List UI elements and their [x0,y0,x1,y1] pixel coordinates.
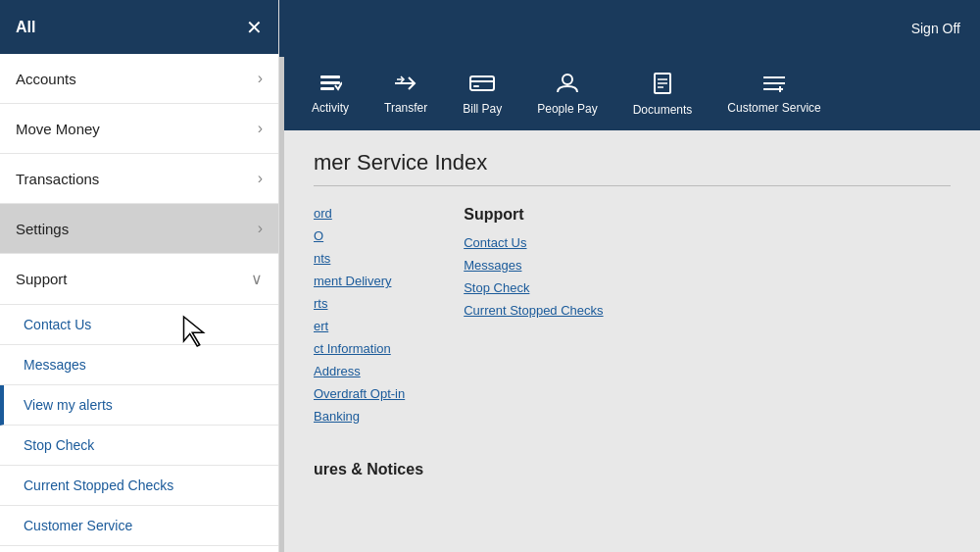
drawer-subitem-contact-us[interactable]: Contact Us [0,305,278,345]
content-area: mer Service Index ord O nts ment Deliver… [284,130,980,552]
svg-rect-7 [473,85,479,87]
link-o[interactable]: O [314,228,405,243]
drawer-subitem-stop-check[interactable]: Stop Check [0,426,278,466]
svg-rect-2 [320,87,334,90]
disclosures-section: ures & Notices [314,461,951,478]
drawer-settings-label: Settings [16,221,69,237]
drawer-item-transactions[interactable]: Transactions › [0,154,278,204]
link-nts[interactable]: nts [314,251,405,266]
link-rts[interactable]: rts [314,296,405,311]
sign-off-button[interactable]: Sign Off [911,21,960,36]
chevron-right-icon: › [258,170,263,187]
tab-people-pay[interactable]: People Pay [519,57,614,130]
drawer-subitem-customer-service[interactable]: Customer Service [0,506,278,546]
drawer-accounts-label: Accounts [16,71,76,87]
tab-customer-service[interactable]: Customer Service [710,57,838,130]
chevron-right-icon: › [258,220,263,237]
link-ct-information[interactable]: ct Information [314,341,405,356]
link-overdraft[interactable]: Overdraft Opt-in [314,386,405,401]
tab-people-pay-label: People Pay [537,102,597,116]
support-column: Support Contact Us Messages Stop Check C… [464,206,603,431]
people-pay-icon [556,73,579,98]
bill-pay-icon [468,73,496,98]
drawer-close-button[interactable]: ✕ [246,18,263,37]
link-ert[interactable]: ert [314,319,405,333]
link-banking[interactable]: Banking [314,409,405,424]
support-messages[interactable]: Messages [464,258,603,273]
drawer-item-accounts[interactable]: Accounts › [0,54,278,104]
tab-documents[interactable]: Documents [615,57,710,130]
nav-tabs-bar: Activity Transfer Bill Pay [284,57,980,130]
transfer-icon [393,74,418,97]
drawer-item-move-money[interactable]: Move Money › [0,104,278,154]
tab-documents-label: Documents [633,103,693,117]
support-contact-us[interactable]: Contact Us [464,235,603,250]
chevron-down-icon: ∨ [251,270,263,288]
tab-activity-label: Activity [312,101,349,115]
drawer-support-label: Support [16,271,68,287]
tab-bill-pay-label: Bill Pay [463,102,502,116]
tab-activity[interactable]: Activity [294,57,367,130]
drawer-subitem-view-alerts[interactable]: View my alerts [0,385,278,426]
link-address[interactable]: Address [314,364,405,378]
svg-rect-0 [320,75,340,78]
drawer-transactions-label: Transactions [16,171,99,187]
drawer-move-money-label: Move Money [16,121,100,137]
tab-transfer-label: Transfer [384,101,427,115]
svg-rect-1 [320,81,340,84]
chevron-right-icon: › [258,120,263,137]
activity-icon [318,74,342,97]
support-heading: Support [464,206,603,224]
side-drawer: All ✕ Accounts › Move Money › Transactio… [0,0,279,552]
page-title: mer Service Index [314,150,951,186]
customer-service-icon [761,74,787,97]
drawer-item-disclosures[interactable]: Disclosures & Notices › [0,546,278,552]
link-ord[interactable]: ord [314,206,405,221]
drawer-header: All ✕ [0,0,278,54]
drawer-subitem-messages[interactable]: Messages [0,345,278,385]
support-current-stopped-checks[interactable]: Current Stopped Checks [464,303,603,318]
svg-rect-5 [470,76,494,90]
drawer-item-support[interactable]: Support ∨ [0,254,278,305]
tab-bill-pay[interactable]: Bill Pay [445,57,519,130]
tab-transfer[interactable]: Transfer [367,57,445,130]
documents-icon [652,72,673,99]
drawer-subitem-current-stopped-checks[interactable]: Current Stopped Checks [0,466,278,506]
content-columns: ord O nts ment Delivery rts ert ct Infor… [314,206,951,431]
disclosures-heading: ures & Notices [314,461,951,478]
support-stop-check[interactable]: Stop Check [464,280,603,295]
drawer-header-label: All [16,19,35,36]
link-payment-delivery[interactable]: ment Delivery [314,274,405,288]
chevron-right-icon: › [258,70,263,87]
tab-customer-service-label: Customer Service [727,101,820,115]
drawer-item-settings[interactable]: Settings › [0,204,278,254]
svg-point-8 [563,75,572,84]
left-column: ord O nts ment Delivery rts ert ct Infor… [314,206,405,431]
